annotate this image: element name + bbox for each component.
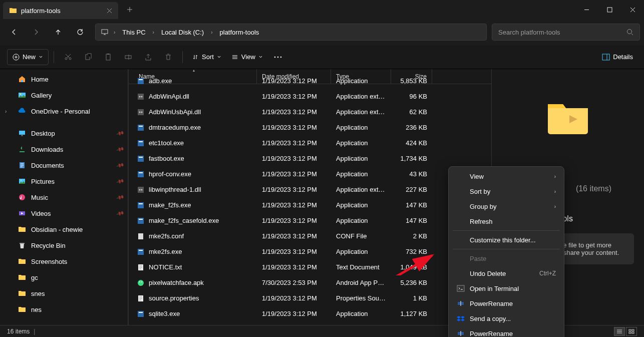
sidebar-item-documents[interactable]: Documents📌 <box>0 157 128 173</box>
refresh-button[interactable] <box>70 23 90 41</box>
file-row[interactable]: make_f2fs_casefold.exe1/19/2023 3:12 PMA… <box>129 213 491 228</box>
file-row[interactable]: etc1tool.exe1/19/2023 3:12 PMApplication… <box>129 135 491 151</box>
file-row[interactable]: pixelwatchface.apk7/30/2023 2:53 PMAndro… <box>129 275 491 290</box>
delete-button[interactable] <box>159 49 177 65</box>
chevron-right-icon[interactable]: › <box>151 30 156 35</box>
ctx-group-by[interactable]: Group by› <box>451 199 562 214</box>
sidebar-item-screenshots[interactable]: Screenshots <box>0 253 128 269</box>
file-type: Properties Source ... <box>331 294 391 302</box>
file-row[interactable]: dmtracedump.exe1/19/2023 3:12 PMApplicat… <box>129 120 491 135</box>
window-tab[interactable]: platform-tools <box>3 2 118 19</box>
file-size: 1,734 KB <box>391 155 432 162</box>
file-date: 1/19/2023 3:12 PM <box>257 294 331 302</box>
more-button[interactable] <box>269 49 287 65</box>
ctx-undo-delete[interactable]: Undo DeleteCtrl+Z <box>451 266 562 281</box>
powerrename-icon <box>457 329 465 337</box>
sidebar-item-nes[interactable]: nes <box>0 301 128 317</box>
up-button[interactable] <box>48 23 68 41</box>
ctx-refresh[interactable]: Refresh <box>451 214 562 229</box>
file-size: 1,127 KB <box>391 310 432 317</box>
breadcrumb-item[interactable]: This PC <box>120 28 147 37</box>
breadcrumb-item[interactable]: Local Disk (C:) <box>159 28 206 37</box>
sidebar-item-gallery[interactable]: Gallery <box>0 87 128 103</box>
sidebar-label: Gallery <box>31 92 52 99</box>
sort-button[interactable]: Sort <box>188 49 225 65</box>
sidebar-item-onedrive[interactable]: › OneDrive - Personal <box>0 103 128 119</box>
details-label: Details <box>613 53 633 61</box>
ctx-sort-by[interactable]: Sort by› <box>451 184 562 199</box>
file-row[interactable]: source.properties1/19/2023 3:12 PMProper… <box>129 290 491 306</box>
address-bar[interactable]: › This PC › Local Disk (C:) › platform-t… <box>95 24 487 41</box>
minimize-button[interactable] <box>575 0 598 19</box>
file-size: 147 KB <box>391 201 432 209</box>
file-row[interactable]: sqlite3.exe1/19/2023 3:12 PMApplication1… <box>129 306 491 321</box>
chevron-right-icon[interactable]: › <box>209 30 214 35</box>
ctx-send-copy[interactable]: Send a copy... <box>451 311 562 326</box>
sidebar-item-snes[interactable]: snes <box>0 285 128 301</box>
new-button[interactable]: New <box>7 49 49 65</box>
copy-button[interactable] <box>79 49 97 65</box>
sidebar-item-downloads[interactable]: Downloads📌 <box>0 141 128 157</box>
file-type: Application <box>331 201 391 209</box>
view-label: View <box>241 53 255 61</box>
file-row[interactable]: libwinpthread-1.dll1/19/2023 3:12 PMAppl… <box>129 182 491 197</box>
new-tab-button[interactable] <box>122 2 137 17</box>
folder-icon <box>9 7 17 15</box>
details-pane-toggle[interactable]: Details <box>598 49 637 65</box>
sidebar-item-pictures[interactable]: Pictures📌 <box>0 173 128 189</box>
navbar: › This PC › Local Disk (C:) › platform-t… <box>0 19 644 45</box>
search-box[interactable] <box>492 24 640 41</box>
sidebar-label: gc <box>31 274 38 281</box>
svg-point-47 <box>138 280 144 286</box>
file-row[interactable]: NOTICE.txt1/19/2023 3:12 PMText Document… <box>129 259 491 275</box>
file-row[interactable]: hprof-conv.exe1/19/2023 3:12 PMApplicati… <box>129 166 491 182</box>
file-list: ▴Name Date modified Type Size adb.exe1/1… <box>129 69 492 325</box>
breadcrumb-item[interactable]: platform-tools <box>218 28 261 37</box>
chevron-right-icon[interactable]: › <box>5 109 7 114</box>
forward-button[interactable] <box>26 23 46 41</box>
svg-rect-53 <box>457 285 464 291</box>
sidebar-item-gc[interactable]: gc <box>0 269 128 285</box>
ctx-open-terminal[interactable]: Open in Terminal <box>451 281 562 296</box>
details-view-toggle[interactable] <box>614 327 625 336</box>
sidebar-item-videos[interactable]: Videos📌 <box>0 205 128 221</box>
sidebar-item-desktop[interactable]: Desktop📌 <box>0 125 128 141</box>
file-row[interactable]: make_f2fs.exe1/19/2023 3:12 PMApplicatio… <box>129 197 491 213</box>
maximize-button[interactable] <box>598 0 621 19</box>
ctx-customize[interactable]: Customize this folder... <box>451 232 562 247</box>
paste-button[interactable] <box>99 49 117 65</box>
ctx-powerrename-2[interactable]: PowerRename <box>451 326 562 337</box>
file-row[interactable]: AdbWinApi.dll1/19/2023 3:12 PMApplicatio… <box>129 89 491 104</box>
svg-point-48 <box>139 281 140 282</box>
sidebar-item-music[interactable]: Music📌 <box>0 189 128 205</box>
sidebar-label: Documents <box>31 162 64 169</box>
back-button[interactable] <box>4 23 24 41</box>
sidebar-item-recycle-bin[interactable]: Recycle Bin <box>0 237 128 253</box>
pin-icon: 📌 <box>116 193 125 202</box>
ctx-powerrename[interactable]: PowerRename <box>451 296 562 311</box>
home-icon <box>18 75 26 83</box>
documents-icon <box>18 161 26 169</box>
file-row[interactable]: AdbWinUsbApi.dll1/19/2023 3:12 PMApplica… <box>129 104 491 120</box>
close-button[interactable] <box>621 0 644 19</box>
sort-label: Sort <box>202 53 214 61</box>
ctx-view[interactable]: View› <box>451 169 562 184</box>
file-name: mke2fs.conf <box>149 232 184 240</box>
tab-close-icon[interactable] <box>107 8 112 14</box>
chevron-right-icon[interactable]: › <box>112 30 117 35</box>
svg-rect-1 <box>102 30 108 34</box>
file-row[interactable]: fastboot.exe1/19/2023 3:12 PMApplication… <box>129 151 491 166</box>
view-button[interactable]: View <box>227 49 267 65</box>
sidebar-label: Home <box>31 76 49 83</box>
file-name: hprof-conv.exe <box>149 170 191 178</box>
cut-button[interactable] <box>59 49 77 65</box>
search-input[interactable] <box>498 29 626 36</box>
share-button[interactable] <box>139 49 157 65</box>
thumbnails-view-toggle[interactable] <box>626 327 637 336</box>
pin-icon: 📌 <box>116 145 125 154</box>
sidebar-item-obsidian-chewie[interactable]: Obsidian - chewie <box>0 221 128 237</box>
sidebar-item-home[interactable]: Home <box>0 71 128 87</box>
rename-button[interactable] <box>119 49 137 65</box>
file-row[interactable]: mke2fs.conf1/19/2023 3:12 PMCONF File2 K… <box>129 228 491 244</box>
file-row[interactable]: mke2fs.exe1/19/2023 3:12 PMApplication73… <box>129 244 491 259</box>
